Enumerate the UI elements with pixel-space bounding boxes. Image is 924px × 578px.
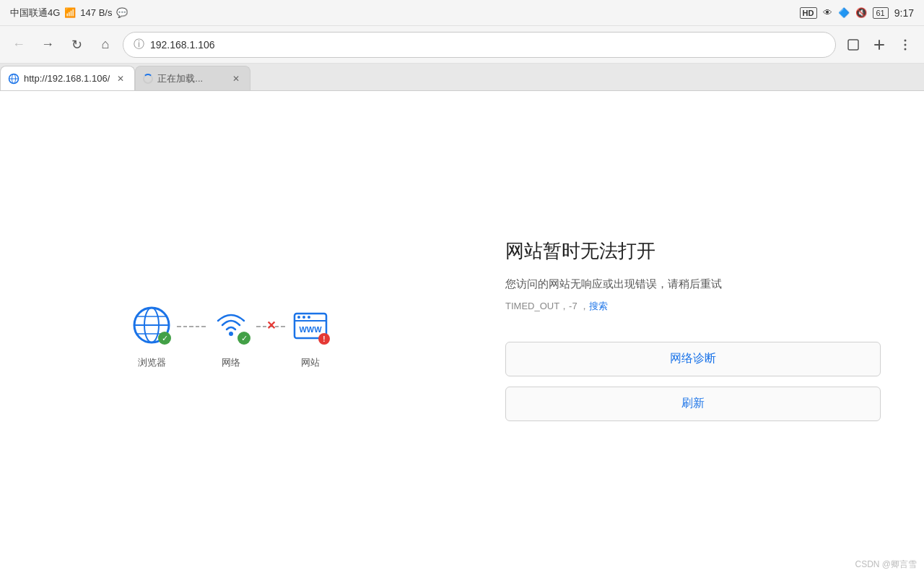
search-link[interactable]: 搜索: [589, 301, 608, 311]
menu-button[interactable]: [894, 33, 917, 56]
eye-icon: 👁: [823, 7, 832, 18]
home-button[interactable]: ⌂: [94, 33, 117, 56]
status-left: 中国联通4G 📶 147 B/s 💬: [10, 7, 128, 20]
svg-point-3: [905, 48, 907, 50]
toolbar-right: [842, 33, 917, 56]
new-tab-button[interactable]: [868, 33, 891, 56]
network-diagram: ✓ 浏览器: [0, 91, 462, 578]
svg-rect-0: [848, 40, 858, 50]
network-diagnosis-button[interactable]: 网络诊断: [505, 342, 881, 376]
connector-1: [177, 326, 206, 327]
browser-toolbar: ← → ↻ ⌂ ⓘ: [0, 26, 924, 64]
speed-label: 147 B/s: [80, 7, 112, 18]
tabs-bar: http://192.168.1.106/ ✕ 正在加载... ✕: [0, 64, 924, 91]
tab-close-active[interactable]: ✕: [114, 72, 127, 85]
svg-point-1: [905, 39, 907, 41]
browser-check-badge: ✓: [158, 332, 171, 345]
wifi-label: 网络: [222, 356, 240, 369]
tab-active[interactable]: http://192.168.1.106/ ✕: [0, 66, 135, 90]
tabs-button[interactable]: [842, 33, 865, 56]
tab-close-loading[interactable]: ✕: [230, 72, 243, 85]
www-error-badge: !: [318, 333, 330, 345]
diagram-item-wifi: ✓ 网络: [206, 300, 256, 369]
browser-label: 浏览器: [138, 356, 166, 369]
svg-point-15: [297, 316, 300, 319]
signal-icon: 📶: [64, 7, 76, 18]
loading-spinner: [143, 74, 153, 84]
diagram-item-www: WWW ! 网站: [285, 300, 336, 369]
time-label: 9:17: [894, 7, 914, 19]
address-bar-wrap: ⓘ: [123, 32, 836, 58]
hd-icon: HD: [800, 7, 817, 19]
error-code: TIMED_OUT，-7 ，搜索: [505, 300, 881, 313]
svg-point-2: [905, 43, 907, 46]
refresh-button[interactable]: ↻: [65, 33, 88, 56]
page-content: ✓ 浏览器: [0, 91, 924, 578]
wifi-icon-wrap: ✓: [206, 300, 256, 350]
forward-button[interactable]: →: [36, 33, 59, 56]
carrier-label: 中国联通4G: [10, 7, 60, 20]
wifi-check-badge: ✓: [237, 332, 250, 345]
browser-icon-wrap: ✓: [126, 300, 177, 350]
diagram-inner: ✓ 浏览器: [126, 300, 336, 369]
www-icon-wrap: WWW !: [285, 300, 336, 350]
status-bar: 中国联通4G 📶 147 B/s 💬 HD 👁 🔷 🔇 61 9:17: [0, 0, 924, 26]
battery-icon: 61: [873, 7, 889, 19]
refresh-button-error[interactable]: 刷新: [505, 387, 881, 421]
www-label: 网站: [301, 356, 320, 369]
tab-favicon-browser: [8, 73, 19, 85]
info-icon: ⓘ: [134, 38, 144, 51]
svg-point-17: [308, 316, 310, 319]
status-right: HD 👁 🔷 🔇 61 9:17: [800, 7, 914, 19]
error-title: 网站暂时无法打开: [505, 238, 881, 264]
address-input[interactable]: [150, 39, 825, 51]
svg-text:WWW: WWW: [299, 325, 322, 334]
watermark: CSDN @卿言雪: [855, 558, 917, 571]
connector-2: ✕: [256, 326, 285, 327]
diagram-item-browser: ✓ 浏览器: [126, 300, 177, 369]
error-panel: 网站暂时无法打开 您访问的网站无响应或出现错误，请稍后重试 TIMED_OUT，…: [462, 91, 924, 578]
tab-title-active: http://192.168.1.106/: [24, 73, 110, 84]
tab-loading[interactable]: 正在加载... ✕: [135, 66, 250, 90]
mute-icon: 🔇: [855, 7, 867, 18]
back-button[interactable]: ←: [7, 33, 30, 56]
svg-point-16: [302, 316, 305, 319]
error-description: 您访问的网站无响应或出现错误，请稍后重试: [505, 275, 881, 293]
bluetooth-icon: 🔷: [838, 7, 850, 18]
message-icon: 💬: [116, 7, 128, 18]
tab-title-loading: 正在加载...: [157, 72, 225, 85]
error-code-text: TIMED_OUT，-7: [505, 301, 578, 311]
svg-point-12: [229, 332, 233, 336]
